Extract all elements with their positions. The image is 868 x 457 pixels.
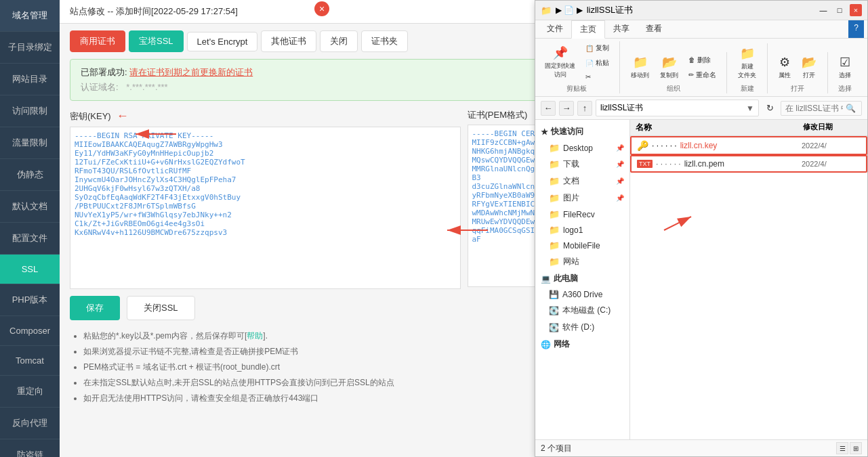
ribbon-tab-view[interactable]: 查看	[638, 20, 670, 38]
folder-icon-small: 📁	[541, 5, 552, 16]
folder-icon: 📁	[549, 159, 560, 169]
folder-icon: 📁	[549, 225, 560, 235]
ribbon-tab-file[interactable]: 文件	[539, 20, 571, 38]
sidebar-item-ssl[interactable]: SSL	[0, 255, 60, 284]
view-list-button[interactable]: ☰	[836, 442, 848, 454]
sidebar-item-tomcat[interactable]: Tomcat	[0, 346, 60, 376]
tree-item-logo1[interactable]: 📁 logo1	[535, 222, 629, 238]
tree-item-docs[interactable]: 📁 文档 📌	[535, 173, 629, 190]
explorer-minimize-button[interactable]: —	[817, 4, 829, 16]
ribbon-group-clipboard: 📌 固定到快速 访问 📋 复制 📄 粘贴	[541, 41, 620, 93]
pin-icon: 📌	[616, 144, 624, 152]
tree-item-website[interactable]: 📁 网站	[535, 253, 629, 270]
col-date-header: 修改日期	[800, 122, 867, 133]
moveto-icon: 📁	[633, 55, 648, 70]
copyto-icon: 📂	[662, 55, 677, 70]
explorer-maximize-button[interactable]: □	[833, 4, 846, 16]
tab-close[interactable]: 关闭	[320, 30, 358, 52]
sidebar-item-default-doc[interactable]: 默认文档	[0, 191, 60, 223]
key-file-icon: 🔑	[637, 140, 648, 151]
sidebar-item-composer[interactable]: Composer	[0, 316, 60, 346]
ribbon-tab-share[interactable]: 共享	[605, 20, 638, 38]
nav-forward-button[interactable]: →	[559, 101, 574, 116]
explorer-tree: ★ 快速访问 📁 Desktop 📌 📁 下载 📌 📁 文档 📌	[535, 120, 630, 439]
file-row-key[interactable]: 🔑 · · · · · · lizll.cn.key 2022/4/	[630, 136, 867, 155]
sidebar-item-reverse-proxy[interactable]: 反向代理	[0, 408, 60, 439]
key-file-date: 2022/4/	[798, 142, 866, 150]
tab-cert-folder[interactable]: 证书夹	[361, 30, 408, 52]
sidebar-item-subdir[interactable]: 子目录绑定	[0, 32, 60, 64]
ribbon-rename-button[interactable]: ✏ 重命名	[685, 68, 720, 82]
key-textarea[interactable]: -----BEGIN RSA PRIVATE KEY----- MIIEowIB…	[70, 127, 461, 289]
ribbon-newfolder-button[interactable]: 📁 新建文件夹	[734, 43, 760, 83]
save-button[interactable]: 保存	[70, 296, 120, 320]
delete-icon: 🗑	[688, 56, 695, 64]
folder-icon: 📁	[549, 193, 560, 203]
tree-item-download[interactable]: 📁 下载 📌	[535, 156, 629, 173]
ribbon-delete-button[interactable]: 🗑 删除	[685, 53, 720, 67]
file-row-pem[interactable]: TXT · · · · · · lizll.cn.pem 2022/4/	[630, 155, 867, 173]
sidebar-item-php[interactable]: PHP版本	[0, 284, 60, 316]
tree-item-a360[interactable]: 💾 A360 Drive	[535, 287, 629, 302]
select-label: 选择	[838, 84, 852, 93]
sidebar-item-config[interactable]: 配置文件	[0, 223, 60, 255]
ribbon-copyto-button[interactable]: 📂 复制到	[656, 52, 682, 83]
sidebar-item-webdir[interactable]: 网站目录	[0, 64, 60, 95]
folder-icon: 📁	[549, 143, 560, 153]
ribbon-select-button[interactable]: ☑ 选择	[835, 52, 855, 83]
ribbon-moveto-button[interactable]: 📁 移动到	[627, 52, 653, 83]
ribbon-paste-button[interactable]: 📄 粘贴	[582, 56, 613, 70]
tab-baota-ssl[interactable]: 宝塔SSL	[129, 30, 184, 52]
tree-network-header[interactable]: 🌐 网络	[535, 336, 629, 353]
nav-path-bar[interactable]: lizllSSL证书 ▼	[596, 100, 759, 116]
explorer-close-button[interactable]: ×	[850, 4, 862, 16]
sidebar-item-redirect[interactable]: 重定向	[0, 376, 60, 408]
tab-commercial-cert[interactable]: 商用证书	[70, 30, 125, 52]
folder-icon: 📁	[549, 240, 560, 251]
pin-icon: 📌	[616, 194, 624, 202]
pem-filename-prefix: · · · · · ·	[656, 159, 681, 169]
sidebar-item-traffic[interactable]: 流量限制	[0, 127, 60, 159]
tree-thispc-header[interactable]: 💻 此电脑	[535, 270, 629, 287]
sidebar-item-access[interactable]: 访问限制	[0, 95, 60, 127]
ribbon-group-new: 📁 新建文件夹 新建	[734, 43, 768, 93]
main-modal-close-button[interactable]: ×	[314, 1, 329, 16]
tree-item-filerecv[interactable]: 📁 FileRecv	[535, 206, 629, 222]
nav-search-icon: 🔍	[846, 104, 856, 113]
tree-item-ddrive[interactable]: 💽 软件 (D:)	[535, 319, 629, 336]
nav-back-button[interactable]: ←	[541, 101, 556, 116]
col-name-header: 名称	[630, 122, 800, 133]
ribbon-help-button[interactable]: ?	[848, 20, 864, 38]
explorer-window: 📁 ▶ 📄 ▶ lizllSSL证书 — □ × 文件 主页 共享 查看 ?	[535, 0, 868, 457]
nav-refresh-button[interactable]: ↻	[762, 101, 777, 116]
sidebar-item-rewrite[interactable]: 伪静态	[0, 159, 60, 191]
tab-letsencrypt[interactable]: Let's Encrypt	[187, 32, 258, 51]
view-buttons: ☰ ⊞	[836, 442, 862, 454]
renew-cert-link[interactable]: 请在证书到期之前更换新的证书	[129, 67, 253, 77]
ribbon-properties-button[interactable]: ⚙ 属性	[774, 52, 795, 83]
drive-icon: 💽	[549, 306, 559, 315]
view-grid-button[interactable]: ⊞	[850, 442, 862, 454]
tree-item-desktop[interactable]: 📁 Desktop 📌	[535, 140, 629, 156]
ribbon-pin-button[interactable]: 📌 固定到快速 访问	[541, 43, 579, 82]
ribbon-tab-home[interactable]: 主页	[571, 20, 605, 39]
domain-label: 认证域名:	[81, 82, 119, 92]
tree-item-cdrive[interactable]: 💽 本地磁盘 (C:)	[535, 302, 629, 319]
tree-quickaccess-header[interactable]: ★ 快速访问	[535, 123, 629, 140]
nav-up-button[interactable]: ↑	[577, 101, 592, 116]
paste-icon: 📄	[585, 60, 594, 67]
ribbon-group-open: ⚙ 属性 📂 打开 打开	[774, 52, 828, 93]
help-link[interactable]: 帮助	[247, 331, 263, 341]
nav-search-input[interactable]	[785, 104, 843, 113]
tree-item-pictures[interactable]: 📁 图片 📌	[535, 190, 629, 206]
tree-item-mobilefile[interactable]: 📁 MobileFile	[535, 238, 629, 253]
ribbon-copy-button[interactable]: 📋 复制	[582, 41, 613, 55]
close-ssl-button[interactable]: 关闭SSL	[127, 296, 195, 320]
ribbon-tools: 📌 固定到快速 访问 📋 复制 📄 粘贴	[535, 39, 867, 96]
ribbon-cut-button[interactable]: ✂	[582, 71, 613, 83]
explorer-body: ★ 快速访问 📁 Desktop 📌 📁 下载 📌 📁 文档 📌	[535, 120, 867, 439]
ribbon-open-button[interactable]: 📂 打开	[798, 52, 821, 83]
sidebar-item-domain-mgmt[interactable]: 域名管理	[0, 0, 60, 32]
tab-other-cert[interactable]: 其他证书	[261, 30, 316, 52]
sidebar-item-hotlink[interactable]: 防盗链	[0, 439, 60, 457]
